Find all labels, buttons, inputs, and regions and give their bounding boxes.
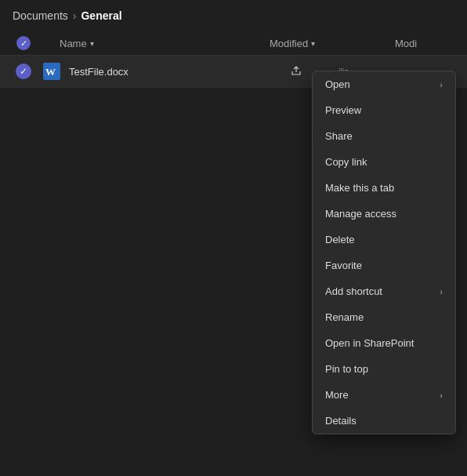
column-headers: ✓ Name ▾ Modified ▾ Modi (0, 31, 467, 56)
breadcrumb: Documents › General (0, 0, 467, 31)
menu-item-add-shortcut[interactable]: Add shortcut› (313, 278, 455, 304)
menu-item-pin-top[interactable]: Pin to top (313, 356, 455, 382)
menu-item-make-tab[interactable]: Make this a tab (313, 175, 455, 201)
breadcrumb-current: General (81, 9, 121, 22)
menu-item-more[interactable]: More› (313, 382, 455, 408)
menu-item-preview[interactable]: Preview (313, 97, 455, 123)
file-name: TestFile.docx (66, 66, 285, 78)
menu-item-label-preview: Preview (325, 104, 443, 116)
file-checkbox[interactable]: ✓ (9, 64, 38, 79)
context-menu: Open›PreviewShareCopy linkMake this a ta… (312, 71, 456, 434)
breadcrumb-root[interactable]: Documents (13, 9, 68, 22)
menu-item-label-add-shortcut: Add shortcut (325, 285, 440, 297)
menu-item-rename[interactable]: Rename (313, 304, 455, 330)
file-type-icon: W (41, 60, 63, 82)
select-all-checkbox[interactable]: ✓ (9, 36, 38, 50)
menu-item-label-manage-access: Manage access (325, 208, 443, 220)
menu-item-manage-access[interactable]: Manage access (313, 201, 455, 227)
menu-item-label-favorite: Favorite (325, 260, 443, 271)
col-name-header[interactable]: Name ▾ (60, 38, 270, 49)
menu-item-share[interactable]: Share (313, 123, 455, 149)
col-modified-label: Modified (270, 38, 308, 49)
menu-arrow-more: › (440, 391, 443, 400)
menu-arrow-add-shortcut: › (440, 287, 443, 296)
menu-item-open-sharepoint[interactable]: Open in SharePoint (313, 330, 455, 356)
menu-item-open[interactable]: Open› (313, 71, 455, 97)
col-modified2-label: Modi (395, 38, 417, 49)
menu-item-label-open: Open (325, 78, 440, 90)
menu-item-label-delete: Delete (325, 234, 443, 245)
name-sort-icon: ▾ (90, 39, 94, 48)
menu-item-delete[interactable]: Delete (313, 227, 455, 253)
breadcrumb-separator: › (73, 9, 77, 22)
svg-text:W: W (45, 66, 56, 78)
share-action-button[interactable] (285, 60, 307, 82)
menu-item-label-more: More (325, 389, 440, 401)
menu-item-label-open-sharepoint: Open in SharePoint (325, 337, 443, 349)
menu-item-copy-link[interactable]: Copy link (313, 149, 455, 175)
menu-item-label-details: Details (325, 415, 443, 427)
modified-sort-icon: ▾ (311, 39, 315, 48)
menu-item-label-make-tab: Make this a tab (325, 182, 443, 194)
menu-item-label-copy-link: Copy link (325, 156, 443, 168)
col-modified-header[interactable]: Modified ▾ (270, 38, 395, 49)
menu-item-details[interactable]: Details (313, 408, 455, 434)
col-modified2-header: Modi (395, 38, 458, 49)
menu-item-label-pin-top: Pin to top (325, 363, 443, 375)
menu-arrow-open: › (440, 80, 443, 89)
col-name-label: Name (60, 38, 87, 49)
menu-item-label-share: Share (325, 130, 443, 142)
menu-item-label-rename: Rename (325, 311, 443, 323)
menu-item-favorite[interactable]: Favorite (313, 253, 455, 278)
